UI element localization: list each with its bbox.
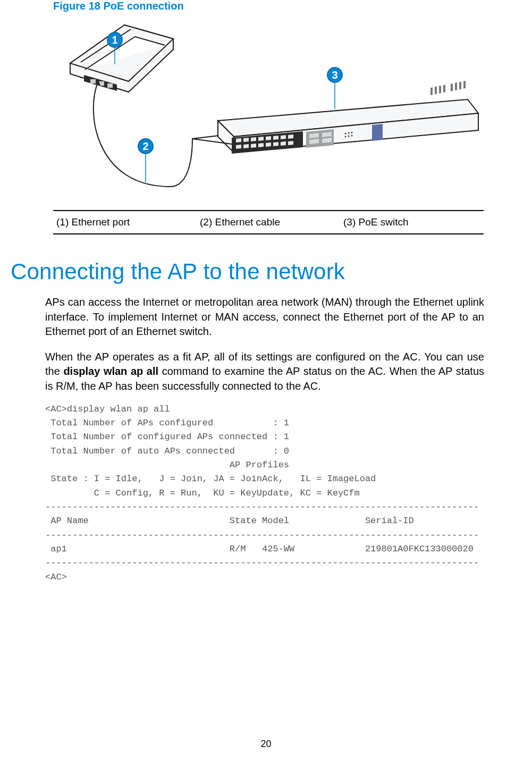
- svg-marker-22: [266, 136, 271, 140]
- legend-item-1: (1) Ethernet port: [53, 211, 197, 233]
- svg-marker-29: [258, 143, 264, 147]
- legend-item-2: (2) Ethernet cable: [197, 211, 340, 233]
- svg-marker-26: [236, 145, 241, 149]
- svg-rect-12: [443, 85, 445, 92]
- svg-marker-23: [273, 136, 278, 140]
- svg-point-42: [351, 132, 353, 133]
- section-heading: Connecting the AP to the network: [11, 259, 484, 284]
- poe-switch-illustration: [192, 81, 478, 154]
- access-point-illustration: [70, 25, 173, 92]
- svg-marker-20: [251, 137, 256, 141]
- paragraph-2: When the AP operates as a fit AP, all of…: [45, 350, 484, 394]
- svg-text:2: 2: [142, 140, 148, 152]
- svg-marker-24: [281, 135, 286, 139]
- svg-marker-31: [273, 142, 278, 146]
- legend-item-3: (3) PoE switch: [340, 211, 484, 233]
- svg-rect-16: [463, 81, 466, 88]
- svg-marker-18: [236, 138, 241, 142]
- svg-marker-30: [266, 142, 271, 147]
- figure-title: Figure 18 PoE connection: [53, 0, 484, 12]
- svg-rect-9: [430, 88, 433, 95]
- svg-rect-3: [90, 79, 96, 83]
- svg-text:1: 1: [112, 34, 117, 46]
- paragraph-1: APs can access the Internet or metropoli…: [45, 295, 484, 339]
- svg-point-44: [348, 136, 350, 137]
- page-number: 20: [0, 739, 532, 750]
- svg-marker-27: [243, 144, 249, 148]
- callout-2: 2: [138, 139, 153, 154]
- svg-point-43: [345, 136, 347, 138]
- svg-marker-21: [258, 137, 264, 141]
- svg-marker-32: [281, 141, 286, 146]
- figure-legend: (1) Ethernet port (2) Ethernet cable (3)…: [53, 210, 484, 234]
- svg-marker-39: [372, 124, 383, 141]
- svg-marker-33: [288, 141, 293, 145]
- callout-1: 1: [107, 32, 122, 47]
- svg-point-45: [351, 135, 353, 137]
- callout-3: 3: [327, 68, 342, 82]
- svg-rect-5: [107, 83, 113, 88]
- terminal-output: <AC>display wlan ap all Total Number of …: [45, 402, 484, 584]
- svg-rect-15: [459, 82, 461, 89]
- svg-rect-14: [455, 83, 457, 90]
- svg-marker-25: [288, 135, 293, 139]
- svg-point-40: [345, 133, 347, 135]
- svg-text:3: 3: [332, 69, 337, 81]
- svg-rect-11: [439, 86, 441, 93]
- svg-marker-19: [243, 138, 249, 142]
- svg-rect-13: [451, 83, 453, 91]
- command-emphasis: display wlan ap all: [63, 365, 158, 377]
- svg-rect-10: [435, 87, 437, 94]
- svg-point-41: [348, 132, 350, 134]
- svg-marker-28: [251, 144, 256, 148]
- figure-diagram: 1 2 3: [53, 16, 484, 195]
